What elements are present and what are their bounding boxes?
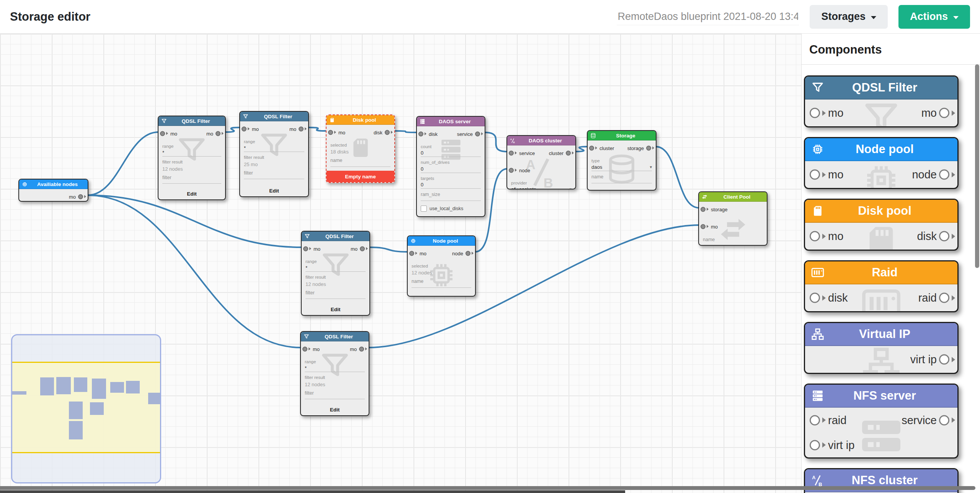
input-socket-mo[interactable]: mo [810, 168, 843, 181]
socket-circle[interactable] [242, 126, 247, 131]
output-socket-mo[interactable]: mo [288, 126, 307, 132]
canvas-node-client[interactable]: Client Poolstoragemoname [698, 191, 768, 246]
output-socket-mo[interactable]: mo [205, 131, 224, 136]
socket-circle[interactable] [701, 207, 706, 212]
socket-circle[interactable] [939, 108, 949, 118]
canvas-node-daos_cl[interactable]: ABDAOS clusterserviceclusternodeprovider… [506, 135, 576, 189]
output-socket-disk[interactable]: disk [917, 230, 955, 243]
node-header[interactable]: QDSL Filter [240, 112, 308, 121]
socket-circle[interactable] [939, 354, 949, 365]
node-header[interactable]: Storage [588, 131, 656, 140]
blueprint-name-input[interactable] [617, 8, 799, 25]
storages-button[interactable]: Storages [810, 5, 888, 29]
actions-button[interactable]: Actions [898, 5, 970, 29]
socket-circle[interactable] [810, 415, 820, 425]
socket-circle[interactable] [810, 293, 820, 303]
node-header[interactable]: Availiable nodes [19, 180, 88, 189]
canvas-node-disk[interactable]: Disk poolmodiskselected18 disksnameEmpty… [326, 114, 395, 183]
canvas-node-q3[interactable]: QDSL Filtermomorange*filter result12 nod… [301, 231, 370, 316]
field-input-name[interactable] [591, 180, 652, 183]
socket-circle[interactable] [939, 170, 949, 180]
socket-circle[interactable] [302, 346, 307, 351]
input-socket-raid[interactable]: raid [810, 414, 846, 426]
canvas-node-q2[interactable]: QDSL Filtermomorange*filter result25 mof… [239, 111, 309, 197]
edit-button[interactable]: Edit [158, 191, 225, 197]
output-socket-storage[interactable]: storage [626, 145, 654, 151]
socket-circle[interactable] [299, 126, 304, 131]
component-card-nfs-server[interactable]: NFS serverraidservicevirt ip [804, 384, 959, 459]
field-input-range[interactable]: * [305, 264, 366, 272]
socket-circle[interactable] [589, 145, 594, 150]
socket-circle[interactable] [360, 246, 365, 251]
field-input-name[interactable] [412, 285, 471, 288]
socket-circle[interactable] [810, 231, 820, 242]
minimap[interactable] [11, 334, 161, 483]
field-select-type[interactable]: daos▾ [591, 163, 652, 171]
edit-button[interactable]: Edit [240, 188, 308, 194]
field-input-name[interactable] [703, 243, 763, 246]
output-socket-mo[interactable]: mo [349, 346, 367, 352]
socket-circle[interactable] [701, 224, 706, 229]
input-socket-disk[interactable]: disk [418, 131, 439, 137]
input-socket-mo[interactable]: mo [242, 126, 260, 132]
input-socket-mo[interactable]: mo [810, 107, 843, 119]
socket-circle[interactable] [475, 131, 480, 136]
input-socket-mo[interactable]: mo [409, 250, 428, 256]
socket-circle[interactable] [810, 108, 820, 118]
field-input-filter[interactable] [244, 176, 304, 179]
field-input-filter[interactable] [305, 296, 366, 299]
field-input-count[interactable]: 0 [421, 149, 481, 157]
output-socket-disk[interactable]: disk [372, 129, 393, 135]
socket-circle[interactable] [939, 293, 949, 303]
component-card-virtual-ip[interactable]: Virtual IPvirt ip [804, 322, 959, 374]
input-socket-node[interactable]: node [509, 167, 531, 173]
output-socket-mo[interactable]: mo [68, 194, 86, 199]
input-socket-disk[interactable]: disk [810, 292, 848, 304]
output-socket-mo[interactable]: mo [350, 246, 368, 251]
node-header[interactable]: QDSL Filter [301, 332, 369, 341]
canvas-node-daos_srv[interactable]: DAOS serverdiskservicecount0num_of_drive… [416, 116, 485, 217]
field-input-range[interactable]: * [305, 364, 365, 372]
output-socket-raid[interactable]: raid [918, 292, 955, 304]
field-input-filter[interactable] [162, 181, 221, 184]
socket-circle[interactable] [160, 131, 165, 136]
horizontal-scrollbar-lower-thumb[interactable] [0, 490, 625, 493]
field-input-filter[interactable] [305, 396, 365, 399]
socket-circle[interactable] [303, 246, 308, 251]
component-card-disk-pool[interactable]: Disk poolmodisk [804, 199, 959, 251]
socket-circle[interactable] [328, 130, 333, 135]
canvas-node-q4[interactable]: QDSL Filtermomorange*filter result12 nod… [300, 331, 369, 416]
field-input-range[interactable]: * [244, 144, 304, 152]
output-socket-service[interactable]: service [456, 131, 483, 137]
field-input-name[interactable] [330, 164, 390, 167]
node-header[interactable]: Disk pool [327, 115, 394, 125]
canvas-node-avail[interactable]: Availiable nodesmo [18, 179, 88, 202]
input-socket-mo[interactable]: mo [810, 230, 843, 243]
field-input-targets[interactable]: 0 [421, 181, 481, 189]
socket-circle[interactable] [939, 231, 949, 242]
horizontal-scrollbar-thumb[interactable] [0, 486, 975, 490]
edit-button[interactable]: Edit [302, 307, 369, 312]
input-socket-mo[interactable]: mo [302, 346, 321, 352]
output-socket-node[interactable]: node [912, 168, 955, 181]
output-socket-node[interactable]: node [451, 250, 474, 256]
field-select-provider[interactable]: ofi+sockets▾ [511, 186, 572, 189]
node-header[interactable]: Client Pool [699, 192, 767, 202]
socket-circle[interactable] [409, 251, 414, 256]
socket-circle[interactable] [646, 145, 651, 150]
socket-circle[interactable] [566, 150, 571, 155]
socket-circle[interactable] [509, 168, 514, 173]
input-socket-mo[interactable]: mo [303, 246, 322, 251]
component-card-node-pool[interactable]: Node poolmonode [804, 137, 959, 189]
node-header[interactable]: QDSL Filter [302, 232, 369, 241]
component-card-raid[interactable]: Raiddiskraid [804, 260, 959, 312]
socket-circle[interactable] [939, 415, 949, 425]
input-socket-mo[interactable]: mo [160, 131, 178, 136]
socket-circle[interactable] [359, 346, 364, 351]
field-input-num_of_drives[interactable]: 0 [421, 165, 481, 173]
node-header[interactable]: QDSL Filter [158, 116, 225, 126]
input-socket-mo[interactable]: mo [701, 224, 719, 229]
output-socket-virt-ip[interactable]: virt ip [910, 353, 955, 366]
output-socket-mo[interactable]: mo [921, 107, 955, 119]
input-socket-storage[interactable]: storage [701, 206, 728, 212]
